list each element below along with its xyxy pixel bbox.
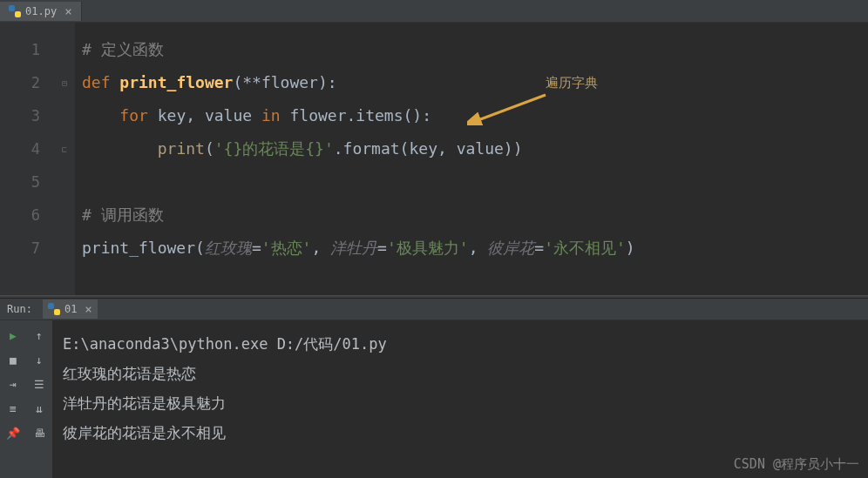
console-tool-column-right: ↑ ↓ ☰ ⇊ 🖶 <box>26 320 52 478</box>
line-number: 2 <box>0 66 40 99</box>
console-line: 洋牡丹的花语是极具魅力 <box>63 388 858 418</box>
line-number: 4 <box>0 132 40 165</box>
tab-filename: 01.py <box>25 5 57 17</box>
fold-end-icon: ⊏ <box>54 132 75 165</box>
code-params: **flower <box>242 73 318 91</box>
arrow-up-icon[interactable]: ↑ <box>30 326 49 345</box>
print-icon[interactable]: 🖶 <box>30 423 49 442</box>
code-area[interactable]: # 定义函数 def print_flower(**flower): for k… <box>75 23 868 295</box>
fold-icon[interactable]: ⊟ <box>54 66 75 99</box>
code-editor[interactable]: 1 2 3 4 5 6 7 ⊟ ⊏ # 定义函数 def print_flowe… <box>0 23 868 295</box>
console-output[interactable]: E:\anaconda3\python.exe D:/代码/01.py 红玫瑰的… <box>52 320 868 478</box>
python-icon <box>48 303 60 315</box>
pin-icon[interactable]: 📌 <box>3 423 23 442</box>
layout-icon[interactable]: ≡ <box>3 399 23 418</box>
arrow-icon <box>467 91 554 125</box>
run-label: Run: <box>7 303 32 315</box>
code-keyword: for <box>119 106 148 125</box>
code-ident: flower.items(): <box>289 106 431 125</box>
code-string: '{}的花语是{}' <box>214 139 334 158</box>
code-func-call: print_flower <box>82 239 195 257</box>
line-number: 3 <box>0 99 40 132</box>
run-config-name: 01 <box>64 303 77 315</box>
code-ident: value <box>205 106 252 125</box>
console-tool-column-left: ▶ ■ ⇥ ≡ 📌 <box>0 320 26 478</box>
console-line: 彼岸花的花语是永不相见 <box>63 418 858 448</box>
code-func-name: print_flower <box>119 73 233 91</box>
python-icon <box>9 5 21 17</box>
code-ident: .format(key, value)) <box>334 139 523 158</box>
filter-icon[interactable]: ☰ <box>30 374 49 394</box>
code-string: '热恋' <box>261 239 312 257</box>
code-string: '极具魅力' <box>387 239 469 257</box>
run-config-tab[interactable]: 01 × <box>43 300 98 319</box>
run-toolbar: Run: 01 × <box>0 299 868 320</box>
scroll-icon[interactable]: ⇊ <box>30 399 49 418</box>
line-number: 5 <box>0 165 40 199</box>
line-gutter: 1 2 3 4 5 6 7 <box>0 23 54 295</box>
stop-icon[interactable]: ■ <box>3 350 23 369</box>
code-string: '永不相见' <box>544 239 626 257</box>
run-icon[interactable]: ▶ <box>3 326 23 345</box>
code-kwarg: 红玫瑰 <box>205 239 252 257</box>
code-comment: # 定义函数 <box>82 40 164 58</box>
code-ident: key <box>158 106 186 125</box>
arrow-down-icon[interactable]: ↓ <box>30 350 49 369</box>
watermark: CSDN @程序员小十一 <box>734 456 859 473</box>
line-number: 1 <box>0 33 40 66</box>
line-number: 6 <box>0 199 40 232</box>
line-number: 7 <box>0 232 40 265</box>
code-comment: # 调用函数 <box>82 205 164 224</box>
console-line: 红玫瑰的花语是热恋 <box>63 359 858 388</box>
fold-column: ⊟ ⊏ <box>54 23 75 295</box>
svg-line-0 <box>476 95 546 121</box>
console-command: E:\anaconda3\python.exe D:/代码/01.py <box>63 329 858 359</box>
code-keyword: in <box>261 106 281 125</box>
code-kwarg: 彼岸花 <box>487 239 534 257</box>
run-console: ▶ ■ ⇥ ≡ 📌 ↑ ↓ ☰ ⇊ 🖶 E:\anaconda3\python.… <box>0 320 868 478</box>
code-kwarg: 洋牡丹 <box>330 239 377 257</box>
code-func-call: print <box>158 139 205 158</box>
editor-tab-bar: 01.py × <box>0 0 868 23</box>
close-icon[interactable]: × <box>85 302 92 316</box>
soft-wrap-icon[interactable]: ⇥ <box>3 374 23 394</box>
code-keyword: def <box>82 73 111 91</box>
close-icon[interactable]: × <box>64 4 71 18</box>
file-tab[interactable]: 01.py × <box>0 2 82 21</box>
